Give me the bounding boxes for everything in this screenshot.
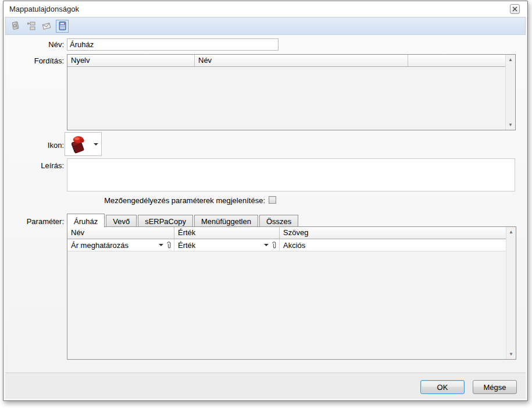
parameter-table[interactable]: Név Érték Szöveg Ár meghatározás (67, 226, 516, 360)
red-notebook-icon (67, 133, 88, 155)
calculator-icon (58, 21, 67, 31)
column-header-szoveg[interactable]: Szöveg (280, 227, 506, 239)
description-textarea[interactable] (67, 158, 515, 191)
parameter-name-cell[interactable]: Ár meghatározás (67, 239, 174, 251)
footer-bar: OK Mégse (5, 372, 526, 399)
parameter-scrollbar[interactable]: ▲ ▼ (506, 227, 516, 359)
name-label: Név: (5, 40, 64, 49)
icon-label: Ikon: (5, 141, 64, 150)
translation-table[interactable]: Nyelv Név ▲ ▼ (67, 54, 516, 130)
parameter-label: Paraméter: (5, 217, 64, 226)
move-item-button[interactable] (24, 20, 37, 33)
move-item-icon (26, 21, 36, 31)
cancel-button[interactable]: Mégse (473, 380, 517, 394)
parameter-value: Érték (178, 241, 262, 250)
translation-label: Fordítás: (5, 56, 64, 65)
dialog-content: Név: Fordítás: Nyelv Név ▲ ▼ Ikon: (5, 35, 526, 372)
parameter-table-header[interactable]: Név Érték Szöveg (67, 227, 506, 239)
parameter-tabs: Áruház Vevő sERPaCopy Menüfüggetlen Össz… (67, 213, 516, 227)
tab-vevo[interactable]: Vevő (106, 215, 137, 227)
parameter-text-cell[interactable]: Akciós (280, 239, 506, 251)
tab-aruhaz[interactable]: Áruház (67, 214, 105, 228)
field-permission-label: Mezőengedélyezés paraméterek megjeleníté… (92, 196, 265, 205)
close-button[interactable] (510, 4, 520, 14)
tab-osszes[interactable]: Összes (259, 215, 298, 227)
scroll-down-icon[interactable]: ▼ (506, 349, 516, 359)
icon-dropdown[interactable] (65, 132, 102, 156)
field-permission-checkbox[interactable] (269, 196, 276, 204)
toolbar (5, 17, 526, 35)
translation-table-header[interactable]: Nyelv Név (67, 55, 505, 67)
column-header-nev[interactable]: Név (195, 55, 408, 66)
mail-icon (42, 21, 52, 31)
paperclip-icon[interactable] (166, 242, 172, 249)
parameter-name-value: Ár meghatározás (71, 241, 156, 250)
ok-button[interactable]: OK (420, 380, 465, 394)
description-label: Leírás: (5, 161, 64, 170)
column-header-empty[interactable] (408, 55, 505, 66)
paperclip-icon[interactable] (272, 242, 277, 249)
tab-menufuggetlen[interactable]: Menüfüggetlen (194, 215, 258, 227)
parameter-value-cell[interactable]: Érték (174, 239, 280, 251)
scroll-down-icon[interactable]: ▼ (506, 120, 515, 130)
close-icon (512, 6, 517, 12)
dropdown-arrow-icon[interactable] (159, 244, 163, 246)
parameter-text-value: Akciós (283, 241, 504, 250)
contacts-icon (10, 21, 20, 31)
dialog-window: Mappatulajdonságok (3, 1, 528, 401)
titlebar[interactable]: Mappatulajdonságok (3, 1, 527, 17)
scroll-up-icon[interactable]: ▲ (506, 55, 515, 65)
desktop-background: Mappatulajdonságok (0, 0, 532, 408)
translation-scrollbar[interactable]: ▲ ▼ (505, 55, 515, 130)
column-header-nev[interactable]: Név (67, 227, 174, 239)
table-row[interactable]: Ár meghatározás Érték (67, 239, 506, 251)
calculator-button[interactable] (56, 20, 69, 33)
tab-serpacopy[interactable]: sERPaCopy (138, 215, 193, 227)
dropdown-arrow-icon[interactable] (264, 244, 269, 246)
icon-dropdown-arrow-icon[interactable] (94, 143, 98, 146)
window-title: Mappatulajdonságok (9, 5, 79, 13)
name-input[interactable] (67, 38, 279, 51)
contacts-button[interactable] (9, 20, 22, 33)
column-header-ertek[interactable]: Érték (174, 227, 280, 239)
scroll-up-icon[interactable]: ▲ (506, 227, 516, 237)
parameter-section: Áruház Vevő sERPaCopy Menüfüggetlen Össz… (67, 213, 516, 360)
mail-button[interactable] (40, 20, 53, 33)
column-header-nyelv[interactable]: Nyelv (67, 55, 195, 66)
